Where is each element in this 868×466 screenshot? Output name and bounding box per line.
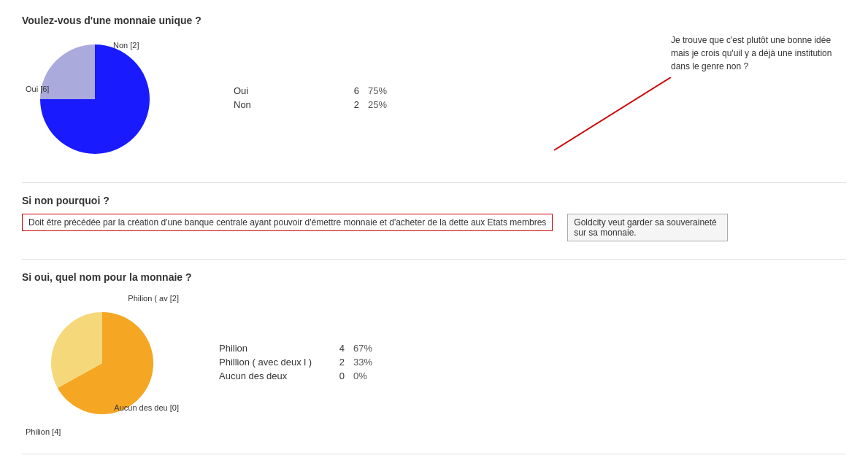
divider-1 [22,182,846,183]
q1-non-pct: 25% [368,99,387,110]
q3-aucun-label: Aucun des deu [0] [114,403,179,412]
q1-oui-label: Oui [6] [26,85,49,93]
svg-line-0 [554,77,671,150]
q3-legend-row-philion: Philion 4 67% [219,343,372,354]
q1-legend-row-non: Non 2 25% [234,99,387,110]
q3-philion-name: Philion [219,343,321,354]
q3-aucun-name: Aucun des deux [219,370,321,381]
page-wrapper: Voulez-vous d'une monnaie unique ? Oui [… [22,15,846,466]
question-2: Si non pourquoi ? Doit être précédée par… [22,195,846,241]
q3-pie-container: Philion ( av [2] Aucun des deu [0] Phili… [22,290,183,436]
question-1: Voulez-vous d'une monnaie unique ? Oui [… [22,15,846,165]
q1-legend-row-oui: Oui 6 75% [234,85,387,96]
q1-oui-count: 6 [345,85,359,96]
q1-non-count: 2 [345,99,359,110]
q1-non-name: Non [234,99,336,110]
divider-2 [22,259,846,260]
q1-oui-name: Oui [234,85,336,96]
q1-annotation: Je trouve que c'est plutôt une bonne idé… [671,34,846,73]
q1-chart-row: Oui [6] Non [2] Oui 6 75% Non 2 25% Je t… [22,34,846,165]
q3-phillion-name: Phillion ( avec deux l ) [219,357,321,368]
q3-aucun-count: 0 [330,370,345,381]
q2-title: Si non pourquoi ? [22,195,846,206]
question-3: Si oui, quel nom pour la monnaie ? [22,271,846,436]
q3-philion-label: Philion [4] [26,427,61,436]
q3-aucun-pct: 0% [353,370,367,381]
q3-phillion-count: 2 [330,357,345,368]
q1-pie-container: Oui [6] Non [2] [22,34,168,165]
q3-legend-row-aucun: Aucun des deux 0 0% [219,370,372,381]
q1-pie-chart [22,34,168,165]
q1-non-label: Non [2] [113,41,183,50]
q3-philion-av-label: Philion ( av [2] [128,294,179,303]
q1-title: Voulez-vous d'une monnaie unique ? [22,15,846,26]
q3-title: Si oui, quel nom pour la monnaie ? [22,271,846,283]
q1-annotation-text: Je trouve que c'est plutôt une bonne idé… [671,34,846,73]
q2-answer2: Goldcity veut garder sa souveraineté sur… [567,214,728,241]
q1-legend: Oui 6 75% Non 2 25% [234,85,387,113]
q3-pie-chart [22,290,183,436]
q3-phillion-pct: 33% [353,357,372,368]
q2-answer1: Doit être précédée par la création d'une… [22,214,553,231]
q3-philion-pct: 67% [353,343,372,354]
q3-chart-row: Philion ( av [2] Aucun des deu [0] Phili… [22,290,846,436]
q1-oui-pct: 75% [368,85,387,96]
q3-legend: Philion 4 67% Phillion ( avec deux l ) 2… [219,343,372,384]
q3-legend-row-phillion: Phillion ( avec deux l ) 2 33% [219,357,372,368]
q2-answers-row: Doit être précédée par la création d'une… [22,214,846,241]
q1-arrow-svg [539,77,685,165]
q3-philion-count: 4 [330,343,345,354]
divider-3 [22,454,846,454]
